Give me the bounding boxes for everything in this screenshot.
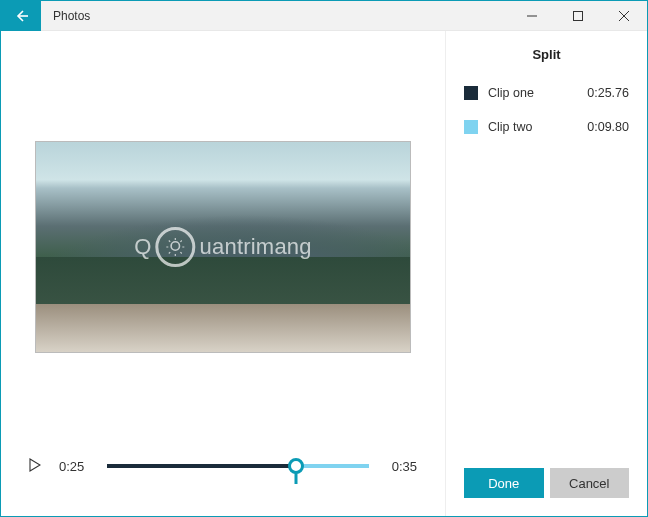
- clip-two-duration: 0:09.80: [587, 120, 629, 134]
- close-button[interactable]: [601, 1, 647, 31]
- panel-title: Split: [464, 47, 629, 62]
- play-button[interactable]: [29, 458, 45, 475]
- cancel-button[interactable]: Cancel: [550, 468, 630, 498]
- maximize-icon: [573, 11, 583, 21]
- watermark-letter: Q: [134, 234, 151, 260]
- window-controls: [509, 1, 647, 31]
- timeline[interactable]: [107, 454, 369, 478]
- back-button[interactable]: [1, 1, 41, 31]
- clip-row-two: Clip two 0:09.80: [464, 120, 629, 134]
- split-playhead[interactable]: [288, 458, 304, 474]
- clip-one-duration: 0:25.76: [587, 86, 629, 100]
- playhead-stem-icon: [294, 472, 297, 484]
- panel-actions: Done Cancel: [464, 468, 629, 500]
- total-time: 0:35: [383, 459, 417, 474]
- clip-two-label: Clip two: [488, 120, 587, 134]
- preview-pane: Q uantrimang 0:25: [1, 31, 445, 516]
- clip-two-segment: [296, 464, 369, 468]
- playback-controls: 0:25 0:35: [25, 454, 421, 478]
- clip-one-label: Clip one: [488, 86, 587, 100]
- minimize-icon: [527, 11, 537, 21]
- split-panel: Split Clip one 0:25.76 Clip two 0:09.80 …: [445, 31, 647, 516]
- play-icon: [29, 458, 41, 472]
- arrow-left-icon: [13, 8, 29, 24]
- app-title: Photos: [53, 9, 90, 23]
- titlebar: Photos: [1, 1, 647, 31]
- clip-one-swatch: [464, 86, 478, 100]
- watermark-text: uantrimang: [200, 234, 312, 260]
- app-window: Photos Q u: [0, 0, 648, 517]
- video-preview[interactable]: Q uantrimang: [35, 141, 411, 353]
- watermark: Q uantrimang: [134, 227, 311, 267]
- clip-row-one: Clip one 0:25.76: [464, 86, 629, 100]
- lightbulb-icon: [156, 227, 196, 267]
- timeline-track: [107, 464, 369, 468]
- svg-point-1: [171, 242, 179, 250]
- current-time: 0:25: [59, 459, 93, 474]
- clip-two-swatch: [464, 120, 478, 134]
- close-icon: [619, 11, 629, 21]
- maximize-button[interactable]: [555, 1, 601, 31]
- minimize-button[interactable]: [509, 1, 555, 31]
- clip-one-segment: [107, 464, 296, 468]
- done-button[interactable]: Done: [464, 468, 544, 498]
- svg-rect-0: [574, 11, 583, 20]
- content-body: Q uantrimang 0:25: [1, 31, 647, 516]
